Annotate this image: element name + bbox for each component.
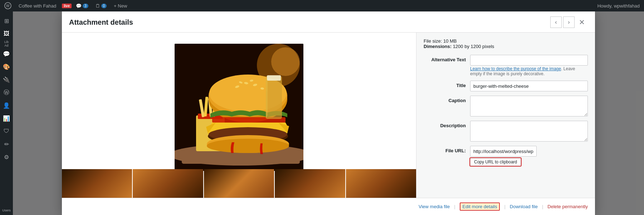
- sidebar-analytics[interactable]: 📊: [0, 112, 13, 125]
- main-content: Attachment details ‹ › ✕: [13, 11, 644, 215]
- thumbnail-1[interactable]: [62, 169, 132, 198]
- svg-rect-27: [266, 76, 282, 119]
- sidebar-users[interactable]: 👤: [0, 99, 13, 112]
- file-info: File size: 10 MB Dimensions: 1200 by 120…: [424, 38, 588, 49]
- description-input[interactable]: [470, 121, 588, 142]
- file-url-field: File URL: Copy URL to clipboard: [424, 146, 588, 166]
- thumbnails-row: [62, 169, 416, 198]
- dimensions-value: 1200 by 1200 pixels: [453, 44, 494, 49]
- burger-image: [175, 44, 303, 171]
- copy-url-btn-container: Copy URL to clipboard: [470, 158, 537, 166]
- modal-overlay: Attachment details ‹ › ✕: [13, 11, 644, 215]
- title-label: Title: [424, 81, 470, 88]
- file-url-row: Copy URL to clipboard: [470, 146, 537, 166]
- delete-permanently-link[interactable]: Delete permanently: [547, 204, 588, 209]
- modal-body: Edit Image File size: 10 MB: [62, 33, 595, 198]
- sidebar-comments[interactable]: 💬: [0, 47, 13, 60]
- comment-count: 3: [83, 4, 88, 8]
- thumbnail-5[interactable]: [346, 169, 416, 198]
- close-button[interactable]: ✕: [576, 17, 588, 27]
- comment-icon: 💬: [76, 3, 82, 9]
- admin-bar-right: Howdy, wpwithfahad: [597, 3, 640, 9]
- footer-separator-2: |: [504, 204, 505, 209]
- next-button[interactable]: ›: [563, 16, 575, 28]
- copy-url-button[interactable]: Copy URL to clipboard: [470, 158, 521, 166]
- modal-footer: View media file | Edit more details | Do…: [62, 198, 595, 215]
- modal-header: Attachment details ‹ › ✕: [62, 11, 595, 33]
- comments-link[interactable]: 💬 3: [73, 0, 91, 11]
- alt-text-help-link[interactable]: Learn how to describe the purpose of the…: [470, 66, 561, 71]
- title-field: Title: [424, 81, 588, 91]
- footer-separator-1: |: [454, 204, 455, 209]
- thumbnail-2[interactable]: [133, 169, 203, 198]
- svg-point-4: [271, 47, 300, 76]
- prev-button[interactable]: ‹: [550, 16, 562, 28]
- sidebar-edit[interactable]: ✏: [0, 138, 13, 150]
- wordpress-logo: W: [4, 2, 11, 9]
- wp-sidebar: ⊞ 🖼 Lib Ad 💬 🎨 🔌 Ⓦ 👤 📊 🛡 ✏ ⚙ Users: [0, 11, 13, 215]
- alt-text-field: Alternative Text Learn how to describe t…: [424, 55, 588, 76]
- sidebar-library-label: Lib: [4, 40, 9, 44]
- admin-bar-left: W Coffee with Fahad live 💬 3 🗒 0 + New: [4, 0, 130, 11]
- modal-nav: ‹ › ✕: [550, 16, 588, 28]
- sidebar-plugins[interactable]: 🔌: [0, 73, 13, 86]
- howdy-text: Howdy, wpwithfahad: [597, 3, 640, 9]
- alt-text-label: Alternative Text: [424, 55, 470, 62]
- dimensions-info: Dimensions: 1200 by 1200 pixels: [424, 44, 588, 49]
- image-panel: Edit Image: [62, 33, 416, 198]
- new-content-link[interactable]: + New: [111, 0, 130, 11]
- caption-label: Caption: [424, 96, 470, 103]
- alt-text-section: Learn how to describe the purpose of the…: [470, 55, 588, 76]
- title-input[interactable]: [470, 81, 588, 91]
- sidebar-appearance[interactable]: 🎨: [0, 60, 13, 73]
- file-url-label: File URL:: [424, 146, 470, 153]
- alt-text-input[interactable]: [470, 55, 588, 66]
- footer-separator-3: |: [542, 204, 543, 209]
- site-name-link[interactable]: Coffee with Fahad: [16, 0, 59, 11]
- notes-link[interactable]: 🗒 0: [93, 0, 110, 11]
- file-size-info: File size: 10 MB: [424, 38, 588, 44]
- sidebar-users-label: Users: [2, 209, 11, 212]
- admin-bar: W Coffee with Fahad live 💬 3 🗒 0 + New H…: [0, 0, 644, 11]
- description-label: Description: [424, 121, 470, 128]
- view-media-file-link[interactable]: View media file: [419, 204, 450, 209]
- sidebar-wp-icon[interactable]: Ⓦ: [0, 86, 13, 99]
- description-field: Description: [424, 121, 588, 142]
- sidebar-add-label: Ad: [4, 44, 8, 47]
- caption-input[interactable]: [470, 96, 588, 116]
- burger-svg: [175, 44, 303, 171]
- details-panel: File size: 10 MB Dimensions: 1200 by 120…: [416, 33, 595, 198]
- thumbnail-4[interactable]: [275, 169, 345, 198]
- sidebar-media[interactable]: 🖼: [0, 27, 13, 40]
- sidebar-security[interactable]: 🛡: [0, 125, 13, 138]
- caption-field: Caption: [424, 96, 588, 116]
- notes-count: 0: [101, 4, 107, 8]
- attachment-modal: Attachment details ‹ › ✕: [62, 11, 595, 215]
- svg-text:W: W: [6, 4, 10, 8]
- svg-rect-28: [267, 75, 281, 81]
- live-badge: live: [62, 4, 72, 8]
- sidebar-settings[interactable]: ⚙: [0, 150, 13, 163]
- alt-text-help: Learn how to describe the purpose of the…: [470, 66, 588, 76]
- thumbnail-3[interactable]: [204, 169, 274, 198]
- dimensions-label: Dimensions:: [424, 44, 452, 49]
- file-url-input[interactable]: [470, 146, 537, 157]
- edit-more-details-link[interactable]: Edit more details: [460, 202, 500, 211]
- svg-point-26: [207, 139, 289, 153]
- download-file-link[interactable]: Download file: [510, 204, 538, 209]
- modal-title: Attachment details: [69, 18, 133, 27]
- note-icon: 🗒: [96, 3, 100, 9]
- sidebar-dashboard[interactable]: ⊞: [0, 14, 13, 27]
